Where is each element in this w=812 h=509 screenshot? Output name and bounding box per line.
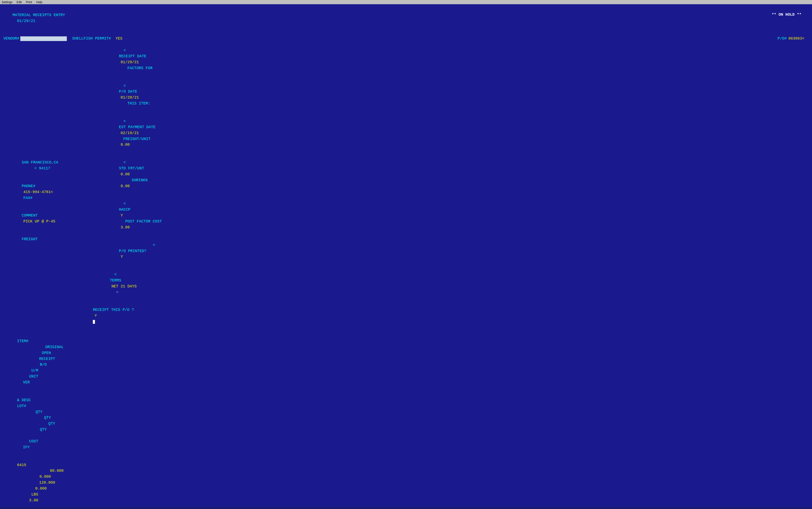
receipt-po-label: RECEIPT THIS P/O ? (93, 308, 134, 312)
title-row: MATERIAL RECEIPTS ENTRY 01/29/21 ** ON H… (3, 6, 809, 36)
shellfish-label: SHELLFISH PERMIT# (68, 36, 111, 42)
vendor-label: VENDOR# (3, 36, 20, 42)
est-payment-value: 02/19/21 (121, 131, 139, 135)
po-printed-row: < P/O PRINTED? Y (101, 236, 809, 266)
on-hold-label: ** ON HOLD ** (772, 12, 802, 18)
phone-label: PHONE# (22, 184, 35, 188)
fax-label: FAX# (23, 196, 32, 200)
lot-col-header: LOT# (17, 403, 38, 409)
post-factor-label: POST FACTOR COST (125, 219, 162, 224)
col-header-row1: ITEM# ORIGINAL OPEN RECEIPT B/O U/M UNIT… (3, 332, 809, 392)
bo-sub-header: QTY (17, 427, 47, 433)
original-col-header: ORIGINAL (17, 344, 64, 350)
main-screen: MATERIAL RECEIPTS ENTRY 01/29/21 ** ON H… (0, 4, 812, 507)
menu-settings[interactable]: Settings (2, 0, 12, 4)
this-item-label: THIS ITEM: (127, 101, 150, 105)
std-frt-value: 0.00 (121, 172, 130, 176)
vendor-row: VENDOR# SHELLFISH PERMIT# YES P/O# 06306… (3, 36, 809, 42)
post-factor-value: 3.80 (121, 225, 130, 230)
po-label: P/O# (778, 36, 787, 42)
receipt-qty: 120.000 (17, 480, 55, 486)
po-date-row: < P/O DATE 01/28/21 THIS ITEM: (101, 77, 809, 112)
shrink-value: 0.00 (121, 184, 130, 188)
comment-value: PICK UP @ P-45 (23, 219, 55, 224)
um-col-header: U/M (17, 368, 38, 374)
terms-row: < TERMS NET 21 DAYS < (101, 266, 809, 301)
zip-value: < 94117 (34, 166, 50, 170)
unit-cost-col-header: UNIT (17, 374, 38, 380)
po-value: 063063< (788, 36, 804, 42)
freight-unit-label: FREIGHT/UNIT (123, 137, 150, 141)
cursor (93, 320, 95, 324)
address-section: SAN FRANCISCO,CA < 94117 PHONE# 415-994-… (3, 154, 809, 266)
po-date-value: 01/28/21 (121, 95, 139, 100)
po-date-label: P/O DATE (119, 90, 137, 94)
item-col-header: ITEM# (17, 338, 42, 344)
phone-row: PHONE# 415-994-4761< FAX# (3, 177, 101, 207)
po-printed-label: P/O PRINTED? (119, 249, 146, 253)
original-sub-header: QTY (17, 409, 42, 415)
receipt-po-row: RECEIPT THIS P/O ? Y (84, 301, 809, 331)
std-frt-label: STD FRT/UNT (119, 166, 144, 170)
unit-cost-sub-header: COST (17, 439, 38, 444)
verify-col-header: VER (17, 380, 30, 385)
receipt-date-label: RECEIPT DATE (119, 54, 146, 58)
unit-cost-value: 3.80 (17, 498, 38, 504)
po-printed-value: Y (121, 254, 123, 259)
vendor-box[interactable] (20, 36, 67, 41)
open-sub-header: QTY (17, 415, 51, 421)
shrink-label: SHRINK% (132, 178, 147, 182)
title-date: 01/29/21 (12, 19, 35, 23)
menu-help[interactable]: Help (36, 0, 42, 4)
receipt-date-value: 01/29/21 (121, 60, 139, 64)
open-col-header: OPEN (17, 350, 51, 356)
haccp-row: < HACCP Y POST FACTOR COST 3.80 (101, 195, 809, 236)
original-qty: 80.000 (17, 468, 64, 474)
col-header-row2: & DESC LOT# QTY QTY QTY QTY COST IFY (3, 392, 809, 456)
receipt-po-value: Y (95, 314, 97, 318)
receipt-sub-header: QTY (17, 421, 55, 427)
comment-label: COMMENT (22, 213, 38, 217)
std-frt-row: < STD FRT/UNT 0.00 SHRINK% 0.00 (101, 154, 809, 195)
haccp-label: HACCP (119, 207, 130, 212)
phone-value: 415-994-4761< (23, 190, 53, 194)
terms-value: NET 21 DAYS (111, 284, 137, 289)
verify-sub-header: IFY (17, 444, 30, 450)
freight-row: FREIGHT (3, 231, 101, 248)
freight-label: FREIGHT (22, 237, 38, 241)
est-payment-row: < EST PAYMENT DATE 02/19/21 FREIGHT/UNIT… (101, 112, 809, 154)
terms-label: TERMS (110, 278, 121, 282)
bo-qty: 0.000 (17, 486, 47, 491)
bo-col-header: B/O (17, 362, 47, 368)
app-title: MATERIAL RECEIPTS ENTRY (12, 13, 65, 17)
item-number: 6415 (17, 462, 42, 468)
menu-edit[interactable]: Edit (17, 0, 22, 4)
shellfish-value: YES (111, 36, 123, 42)
freight-unit-value: 0.00 (121, 142, 130, 147)
menu-print[interactable]: Print (26, 0, 32, 4)
haccp-value: Y (121, 213, 123, 217)
menu-bar: Settings Edit Print Help (0, 0, 812, 4)
open-qty: 0.000 (17, 474, 51, 480)
city-value: SAN FRANCISCO,CA (22, 160, 58, 165)
city-row: SAN FRANCISCO,CA < 94117 (3, 154, 101, 177)
desc-col-header: & DESC (17, 397, 42, 403)
um-value: LBS (17, 491, 38, 498)
table-row: 6415 80.000 0.000 120.000 0.000 LBS 3.80… (3, 456, 809, 509)
table-header: ITEM# ORIGINAL OPEN RECEIPT B/O U/M UNIT… (3, 332, 809, 456)
receipt-date-row: < RECEIPT DATE 01/29/21 FACTORS FOR (101, 42, 809, 77)
factors-label: FACTORS FOR (127, 66, 153, 70)
dates-section: < RECEIPT DATE 01/29/21 FACTORS FOR < P/… (3, 42, 809, 154)
receipt-col-header: RECEIPT (17, 356, 55, 362)
est-payment-label: EST PAYMENT DATE (119, 125, 156, 129)
item-data-row: 6415 80.000 0.000 120.000 0.000 LBS 3.80 (3, 456, 809, 509)
comment-row: COMMENT PICK UP @ P-45 (3, 207, 101, 231)
